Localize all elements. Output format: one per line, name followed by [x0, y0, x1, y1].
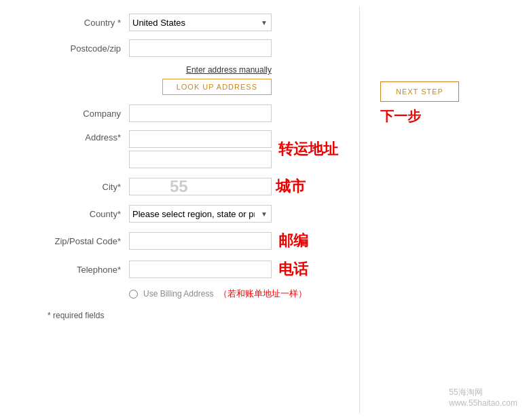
- postcode-input[interactable]: [129, 39, 272, 57]
- watermark-bottom-right: 55海淘网 www.55haitao.com: [449, 387, 517, 408]
- form-section: Country * United States Postcode/zip Ent…: [0, 7, 360, 413]
- county-row: County* Please select region, state or p…: [41, 205, 346, 223]
- lookup-btn-row: LOOK UP ADDRESS: [41, 79, 272, 95]
- zip-label: Zip/Postal Code*: [41, 236, 129, 246]
- city-annotation: 城市: [276, 176, 306, 197]
- forwarding-address-annotation: 转运地址: [278, 139, 338, 159]
- next-step-annotation: 下一步: [380, 107, 421, 126]
- lookup-address-button[interactable]: LOOK UP ADDRESS: [162, 79, 272, 95]
- address-label: Address*: [41, 130, 129, 142]
- address-line1-input[interactable]: [129, 130, 272, 148]
- address-fields-with-annotation: 转运地址: [129, 130, 338, 168]
- company-input[interactable]: [129, 104, 272, 122]
- telephone-row: Telephone* 电话: [41, 259, 346, 280]
- country-row: Country * United States: [41, 14, 346, 31]
- telephone-input[interactable]: [129, 261, 272, 278]
- use-billing-label: Use Billing Address: [143, 289, 213, 299]
- postcode-row: Postcode/zip: [41, 39, 346, 57]
- postcode-label: Postcode/zip: [41, 43, 129, 54]
- county-label: County*: [41, 209, 129, 219]
- billing-radio-row: Use Billing Address （若和账单地址一样）: [41, 288, 346, 300]
- company-row: Company: [41, 104, 346, 122]
- address-row: Address* 转运地址: [41, 130, 346, 168]
- city-row: City* 55 城市: [41, 176, 346, 197]
- county-select-wrapper: Please select region, state or provi: [129, 205, 272, 223]
- page-wrapper: Country * United States Postcode/zip Ent…: [0, 0, 531, 420]
- enter-manually-link[interactable]: Enter address manually: [186, 65, 272, 75]
- address-line2-input[interactable]: [129, 151, 272, 168]
- city-input-group: 55 城市: [129, 176, 306, 197]
- billing-annotation: （若和账单地址一样）: [219, 288, 307, 300]
- company-label: Company: [41, 109, 129, 119]
- city-label: City*: [41, 182, 129, 192]
- required-note: * required fields: [41, 311, 346, 320]
- use-billing-radio[interactable]: [129, 290, 138, 299]
- telephone-annotation: 电话: [278, 259, 308, 280]
- county-select[interactable]: Please select region, state or provi: [129, 205, 272, 223]
- next-step-button[interactable]: NEXT STEP: [380, 81, 459, 102]
- telephone-label: Telephone*: [41, 265, 129, 275]
- country-select-wrapper: United States: [129, 14, 272, 31]
- zip-row: Zip/Postal Code* 邮编: [41, 231, 346, 251]
- watermark-site-name: 55海淘网: [449, 387, 517, 398]
- country-select[interactable]: United States: [129, 14, 272, 31]
- country-label: Country *: [41, 18, 129, 28]
- enter-manually-row: Enter address manually: [41, 65, 272, 75]
- zip-input[interactable]: [129, 232, 272, 250]
- watermark-url: www.55haitao.com: [449, 398, 517, 408]
- address-fields-group: [129, 130, 272, 168]
- zip-annotation: 邮编: [278, 231, 308, 251]
- right-section: NEXT STEP 下一步: [360, 7, 531, 413]
- city-input[interactable]: [129, 178, 272, 195]
